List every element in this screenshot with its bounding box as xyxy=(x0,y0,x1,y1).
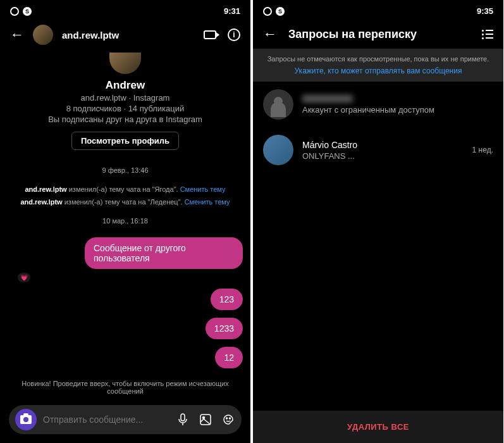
header-actions: i xyxy=(204,28,240,41)
profile-handle: and.rew.lptw · Instagram xyxy=(10,93,240,103)
message-row: Сообщение от другого пользователя xyxy=(8,237,243,269)
chat-body[interactable]: 9 февр., 13:46 and.rew.lptw изменил(-а) … xyxy=(0,160,250,372)
notice-text: Запросы не отмечаются как просмотренные,… xyxy=(267,55,489,63)
profile-card: Andrew and.rew.lptw · Instagram 8 подпис… xyxy=(0,50,250,160)
request-avatar xyxy=(263,89,293,120)
request-subtitle: Аккаунт с ограниченным доступом xyxy=(302,105,484,115)
back-icon[interactable]: ← xyxy=(10,27,24,43)
message-row: 1233 xyxy=(8,318,243,339)
camera-icon xyxy=(20,415,32,424)
system-message: and.rew.lptw изменил(-а) тему чата на "Я… xyxy=(8,185,243,193)
request-name: Márvio Castro xyxy=(302,140,464,150)
request-row[interactable]: Аккаунт с ограниченным доступом xyxy=(253,82,503,127)
requests-header: ← Запросы на переписку xyxy=(253,20,503,49)
profile-follow-status: Вы подписаны друг на друга в Instagram xyxy=(10,115,240,124)
info-icon[interactable]: i xyxy=(228,28,240,41)
chat-header: ← and.rew.lptw i xyxy=(0,20,250,50)
request-info: Аккаунт с ограниченным доступом xyxy=(302,95,484,115)
microphone-icon[interactable] xyxy=(176,413,190,427)
header-username[interactable]: and.rew.lptw xyxy=(62,30,195,41)
request-avatar xyxy=(263,135,293,165)
request-info: Márvio Castro ONLYFANS ... xyxy=(302,140,464,161)
composer-actions xyxy=(176,413,235,427)
heart-reaction-icon: 💗 xyxy=(18,273,30,282)
edit-list-icon[interactable] xyxy=(482,30,493,39)
shazam-icon: S xyxy=(23,7,32,16)
back-icon[interactable]: ← xyxy=(263,26,277,42)
status-bar: S 9:35 xyxy=(253,0,503,20)
video-call-icon[interactable] xyxy=(204,30,216,39)
change-theme-link[interactable]: Сменить тему xyxy=(185,198,230,206)
status-icons-left: S xyxy=(10,7,32,16)
message-input[interactable] xyxy=(43,415,169,425)
svg-point-3 xyxy=(226,418,228,419)
request-name-hidden xyxy=(302,95,353,103)
requests-screen: S 9:35 ← Запросы на переписку Запросы не… xyxy=(253,0,503,443)
status-time: 9:35 xyxy=(477,6,493,16)
message-composer xyxy=(9,405,242,434)
time-separator: 9 февр., 13:46 xyxy=(8,166,243,174)
delete-all-button[interactable]: УДАЛИТЬ ВСЕ xyxy=(253,411,503,443)
request-row[interactable]: Márvio Castro ONLYFANS ... 1 нед. xyxy=(253,127,503,173)
vanish-mode-tip: Новинка! Проведите вверх, чтобы включить… xyxy=(0,372,250,400)
camera-button[interactable] xyxy=(15,409,37,430)
request-time: 1 нед. xyxy=(472,146,493,154)
message-row: 12 xyxy=(8,347,243,368)
time-separator: 10 мар., 16:18 xyxy=(8,217,243,225)
message-bubble[interactable]: 1233 xyxy=(206,318,243,339)
svg-rect-0 xyxy=(181,414,185,421)
change-theme-link[interactable]: Сменить тему xyxy=(180,185,226,193)
svg-point-4 xyxy=(230,418,231,419)
system-message: and.rew.lptw изменил(-а) тему чата на "Л… xyxy=(8,198,243,206)
message-bubble[interactable]: 12 xyxy=(215,347,243,368)
profile-avatar xyxy=(109,53,141,74)
message-bubble[interactable]: 123 xyxy=(211,289,243,310)
status-time: 9:31 xyxy=(224,6,240,16)
header-avatar[interactable] xyxy=(33,25,53,45)
status-bar: S 9:31 xyxy=(0,0,250,20)
sticker-icon[interactable] xyxy=(221,413,235,427)
status-icons-left: S xyxy=(263,7,285,16)
message-bubble[interactable]: Сообщение от другого пользователя xyxy=(85,237,243,269)
view-profile-button[interactable]: Посмотреть профиль xyxy=(71,132,179,150)
page-title: Запросы на переписку xyxy=(288,28,470,41)
message-row: 123 xyxy=(8,289,243,310)
profile-name: Andrew xyxy=(10,79,240,92)
system-text: изменил(-а) тему чата на "Ягода". xyxy=(67,185,180,193)
opera-icon xyxy=(263,7,272,16)
system-user: and.rew.lptw xyxy=(20,198,62,206)
chat-screen: S 9:31 ← and.rew.lptw i Andrew and.rew.l… xyxy=(0,0,250,443)
system-text: изменил(-а) тему чата на "Леденец". xyxy=(63,198,185,206)
privacy-settings-link[interactable]: Укажите, кто может отправлять вам сообще… xyxy=(263,66,493,75)
gallery-icon[interactable] xyxy=(199,413,212,427)
notice-banner: Запросы не отмечаются как просмотренные,… xyxy=(253,49,503,82)
opera-icon xyxy=(10,7,19,16)
profile-stats: 8 подписчиков · 14 публикаций xyxy=(10,104,240,113)
shazam-icon: S xyxy=(276,7,285,16)
request-subtitle: ONLYFANS ... xyxy=(302,151,464,161)
system-user: and.rew.lptw xyxy=(25,185,66,193)
message-reaction[interactable]: 💗 xyxy=(18,273,243,282)
